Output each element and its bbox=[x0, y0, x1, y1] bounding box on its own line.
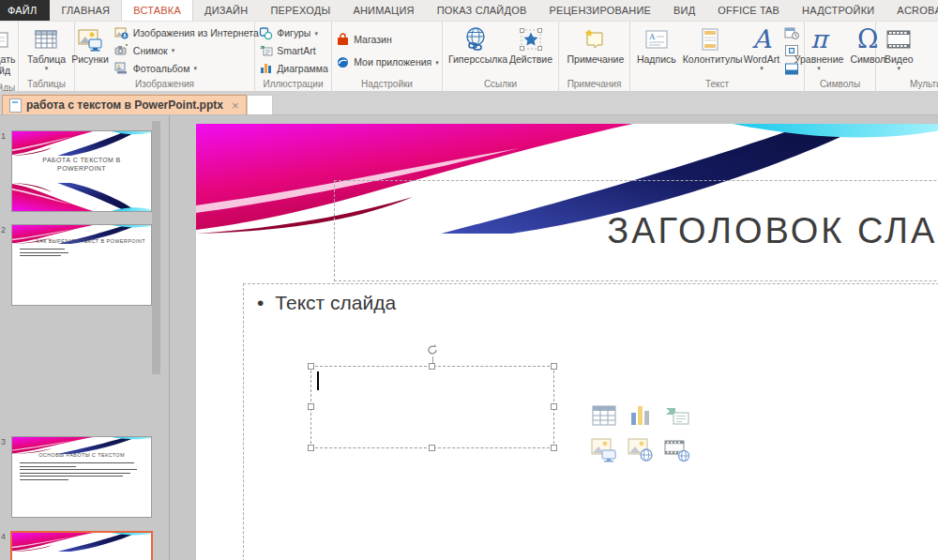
wordart-button[interactable]: A WordArt ▾ bbox=[741, 23, 782, 79]
online-pictures-icon bbox=[114, 25, 129, 40]
tab-acrobat[interactable]: ACROBAT bbox=[885, 0, 938, 21]
slide-thumbnail-4-selected[interactable] bbox=[10, 531, 153, 560]
resize-handle-w[interactable] bbox=[308, 403, 314, 410]
equation-button[interactable]: π Уравнение ▾ bbox=[792, 23, 847, 79]
wordart-label: WordArt bbox=[744, 53, 779, 65]
textbox-button[interactable]: A Надпись bbox=[634, 23, 679, 79]
resize-handle-se[interactable] bbox=[551, 445, 557, 451]
ribbon-group-illustrations: Фигуры ▾ SmartArt Диаграмма bbox=[255, 22, 332, 91]
dropdown-arrow-icon: ▾ bbox=[898, 65, 901, 71]
store-label: Магазин bbox=[354, 34, 392, 45]
insert-table-icon[interactable] bbox=[590, 401, 618, 430]
ribbon-group-media: Видео ▾ Мультимедиа bbox=[876, 22, 938, 91]
action-icon bbox=[518, 25, 544, 53]
dropdown-arrow-icon: ▾ bbox=[435, 59, 439, 66]
slide-canvas[interactable]: ЗАГОЛОВОК СЛАЙДА • Текст слайда bbox=[196, 124, 938, 560]
wave-graphic bbox=[12, 131, 151, 156]
insert-picture-icon[interactable] bbox=[590, 436, 618, 464]
screenshot-button[interactable]: Снимок ▾ bbox=[113, 43, 261, 58]
tab-file[interactable]: ФАЙЛ bbox=[0, 0, 50, 21]
tab-insert[interactable]: ВСТАВКА bbox=[121, 0, 193, 21]
shapes-button[interactable]: Фигуры ▾ bbox=[256, 25, 330, 40]
ribbon-group-tables: Таблица ▾ Таблицы bbox=[19, 22, 75, 91]
ribbon-group-comments: Примечание Примечания bbox=[559, 22, 630, 91]
insert-chart-icon[interactable] bbox=[627, 401, 655, 430]
slide-number: 3 bbox=[1, 437, 6, 446]
smartart-label: SmartArt bbox=[277, 45, 315, 56]
new-slide-button[interactable]: Создать слайд ▾ bbox=[0, 23, 18, 83]
comment-label: Примечание bbox=[567, 53, 622, 65]
tab-home[interactable]: ГЛАВНАЯ bbox=[50, 0, 121, 21]
table-icon bbox=[33, 25, 59, 53]
slide-thumbnail-2[interactable]: КАК ВЫРЕЗАТЬ ТЕКСТ В POWERPOINT bbox=[11, 224, 152, 306]
content-placeholder-icons bbox=[590, 401, 691, 464]
slide-art bbox=[12, 183, 151, 211]
wave-graphic bbox=[12, 183, 151, 211]
panel-scrollbar[interactable] bbox=[152, 121, 160, 374]
bullet-icon: • bbox=[257, 292, 264, 314]
wave-graphic bbox=[12, 533, 151, 552]
action-button[interactable]: Действие bbox=[507, 23, 555, 79]
selected-text-box[interactable] bbox=[310, 366, 554, 448]
tab-office-tab[interactable]: OFFICE TAB bbox=[706, 0, 791, 21]
document-icon bbox=[9, 98, 22, 113]
thumb-text-lines bbox=[20, 249, 71, 256]
comment-button[interactable]: Примечание bbox=[565, 23, 625, 79]
slide-editor: ЗАГОЛОВОК СЛАЙДА • Текст слайда bbox=[194, 115, 938, 560]
ribbon-group-links: Гиперссылка Действие Ссылки bbox=[443, 22, 559, 91]
pictures-button[interactable]: Рисунки bbox=[68, 23, 112, 79]
panel-divider[interactable] bbox=[169, 115, 170, 560]
group-label-tables: Таблицы bbox=[21, 79, 72, 91]
tab-slideshow[interactable]: ПОКАЗ СЛАЙДОВ bbox=[426, 0, 538, 21]
slide-thumbnail-3[interactable]: ОСНОВЫ РАБОТЫ С ТЕКСТОМ bbox=[11, 436, 152, 518]
close-tab-icon[interactable]: × bbox=[232, 98, 239, 113]
my-apps-label: Мои приложения bbox=[354, 56, 431, 68]
title-placeholder[interactable]: ЗАГОЛОВОК СЛАЙДА bbox=[334, 180, 938, 281]
new-document-tab[interactable] bbox=[247, 95, 273, 114]
smartart-button[interactable]: SmartArt bbox=[256, 43, 330, 58]
slides-panel: 1 РАБОТА С ТЕКСТОМ В POWERPOINT bbox=[0, 115, 194, 560]
slide-art bbox=[12, 131, 151, 156]
slide-number: 4 bbox=[1, 532, 6, 541]
photo-album-button[interactable]: Фотоальбом ▾ bbox=[113, 61, 261, 76]
resize-handle-s[interactable] bbox=[429, 445, 435, 451]
resize-handle-n[interactable] bbox=[429, 363, 435, 370]
pictures-label: Рисунки bbox=[71, 53, 109, 65]
tab-animation[interactable]: АНИМАЦИЯ bbox=[341, 0, 425, 21]
slide-number: 2 bbox=[1, 225, 6, 235]
header-footer-button[interactable]: Колонтитулы bbox=[680, 23, 740, 79]
store-button[interactable]: Магазин bbox=[333, 32, 441, 47]
dropdown-arrow-icon: ▾ bbox=[172, 47, 175, 53]
screenshot-label: Снимок bbox=[133, 45, 168, 56]
thumb-title: РАБОТА С ТЕКСТОМ В POWERPOINT bbox=[12, 156, 151, 173]
dropdown-arrow-icon: ▾ bbox=[817, 65, 821, 71]
tab-design[interactable]: ДИЗАЙН bbox=[193, 0, 259, 21]
insert-online-picture-icon[interactable] bbox=[627, 436, 655, 464]
hyperlink-button[interactable]: Гиперссылка bbox=[446, 23, 506, 79]
insert-video-icon[interactable] bbox=[663, 436, 691, 464]
table-button[interactable]: Таблица ▾ bbox=[24, 23, 68, 79]
document-tab[interactable]: работа с текстом в PowerPoint.pptx × bbox=[2, 95, 247, 114]
chart-button[interactable]: Диаграмма bbox=[256, 61, 330, 76]
resize-handle-sw[interactable] bbox=[308, 445, 314, 451]
text-cursor bbox=[317, 371, 319, 390]
tab-view[interactable]: ВИД bbox=[662, 0, 706, 21]
slide-art bbox=[12, 533, 151, 552]
store-icon bbox=[335, 32, 350, 47]
resize-handle-ne[interactable] bbox=[551, 363, 557, 370]
rotation-handle-icon[interactable] bbox=[426, 343, 439, 356]
header-footer-label: Колонтитулы bbox=[683, 53, 737, 65]
resize-handle-nw[interactable] bbox=[308, 363, 314, 370]
online-pictures-button[interactable]: Изображения из Интернета bbox=[113, 25, 261, 40]
screenshot-icon bbox=[114, 43, 129, 58]
slide-thumbnail-1[interactable]: РАБОТА С ТЕКСТОМ В POWERPOINT bbox=[11, 130, 152, 212]
video-button[interactable]: Видео ▾ bbox=[882, 23, 916, 79]
my-apps-button[interactable]: Мои приложения ▾ bbox=[333, 54, 441, 69]
group-label-images: Изображения bbox=[77, 79, 252, 91]
tab-review[interactable]: РЕЦЕНЗИРОВАНИЕ bbox=[537, 0, 662, 21]
insert-smartart-icon[interactable] bbox=[663, 401, 691, 430]
tab-transitions[interactable]: ПЕРЕХОДЫ bbox=[259, 0, 341, 21]
group-label-slides: Слайды bbox=[0, 83, 16, 91]
tab-addins[interactable]: НАДСТРОЙКИ bbox=[791, 0, 885, 21]
resize-handle-e[interactable] bbox=[551, 403, 557, 410]
